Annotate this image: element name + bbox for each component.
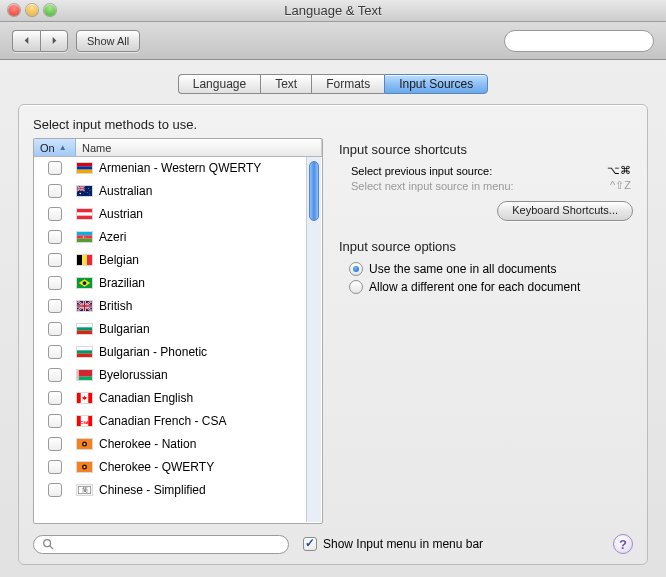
tabs: Language Text Formats Input Sources (18, 74, 648, 94)
show-all-button[interactable]: Show All (76, 30, 140, 52)
toolbar-search[interactable] (504, 30, 654, 52)
checkbox-icon[interactable] (48, 437, 62, 451)
col-on[interactable]: On ▲ (34, 139, 76, 156)
checkbox-icon[interactable] (48, 230, 62, 244)
sort-asc-icon: ▲ (59, 143, 67, 152)
flag-icon (76, 162, 93, 174)
row-name-cell: Australian (76, 184, 318, 198)
scrollbar[interactable] (306, 157, 321, 522)
window-title: Language & Text (284, 3, 381, 18)
checkbox-icon[interactable] (48, 207, 62, 221)
row-name-cell: British (76, 299, 318, 313)
checkbox-icon[interactable] (48, 184, 62, 198)
svg-rect-27 (77, 327, 92, 330)
table-row[interactable]: British (34, 295, 322, 318)
option-diff-label: Allow a different one for each document (369, 280, 580, 294)
table-row[interactable]: Byelorussian (34, 364, 322, 387)
table-row[interactable]: Australian (34, 180, 322, 203)
flag-icon (76, 185, 93, 197)
table-row[interactable]: Brazilian (34, 272, 322, 295)
svg-rect-13 (77, 212, 92, 215)
zoom-icon[interactable] (44, 4, 56, 16)
row-label: British (99, 299, 132, 313)
row-checkbox-cell (34, 460, 76, 474)
col-name[interactable]: Name (76, 139, 322, 156)
table-row[interactable]: Canadian English (34, 387, 322, 410)
svg-rect-26 (77, 324, 92, 327)
filter-search[interactable] (33, 535, 289, 554)
close-icon[interactable] (8, 4, 20, 16)
svg-rect-37 (77, 393, 81, 403)
scroll-thumb[interactable] (309, 161, 319, 221)
shortcut-prev-row: Select previous input source: ⌥⌘ (349, 163, 633, 178)
col-on-label: On (40, 142, 55, 154)
row-checkbox-cell (34, 207, 76, 221)
svg-rect-35 (77, 370, 78, 380)
toolbar-search-input[interactable] (518, 34, 660, 48)
shortcuts-heading: Input source shortcuts (339, 142, 633, 157)
svg-point-19 (85, 237, 86, 238)
table-row[interactable]: Azeri (34, 226, 322, 249)
table-row[interactable]: 简Chinese - Simplified (34, 479, 322, 502)
svg-rect-29 (77, 347, 92, 350)
keyboard-shortcuts-button[interactable]: Keyboard Shortcuts... (497, 201, 633, 221)
checkbox-icon[interactable] (48, 345, 62, 359)
svg-rect-21 (82, 255, 87, 265)
show-input-menu[interactable]: Show Input menu in menu bar (303, 537, 483, 551)
checkbox-icon[interactable] (48, 322, 62, 336)
table-row[interactable]: Austrian (34, 203, 322, 226)
shortcut-prev-key: ⌥⌘ (607, 164, 631, 177)
option-same-document[interactable]: Use the same one in all documents (349, 260, 633, 278)
row-label: Azeri (99, 230, 126, 244)
help-button[interactable]: ? (613, 534, 633, 554)
row-label: Canadian English (99, 391, 193, 405)
checkbox-icon[interactable] (48, 368, 62, 382)
back-button[interactable] (12, 30, 40, 52)
panel: Select input methods to use. On ▲ Name A… (18, 104, 648, 565)
tab-formats[interactable]: Formats (311, 74, 384, 94)
checkbox-icon[interactable] (48, 299, 62, 313)
row-name-cell: Armenian - Western QWERTY (76, 161, 318, 175)
checkbox-icon[interactable] (48, 460, 62, 474)
checkbox-icon[interactable] (48, 483, 62, 497)
table-header: On ▲ Name (34, 139, 322, 157)
svg-point-45 (83, 443, 85, 445)
row-checkbox-cell (34, 368, 76, 382)
checkbox-icon[interactable] (48, 253, 62, 267)
toolbar: Show All (0, 22, 666, 60)
svg-rect-32 (77, 370, 92, 377)
row-label: Byelorussian (99, 368, 168, 382)
table-row[interactable]: Bulgarian - Phonetic (34, 341, 322, 364)
minimize-icon[interactable] (26, 4, 38, 16)
shortcut-next-row: Select next input source in menu: ^⇧Z (349, 178, 633, 193)
tab-input-sources[interactable]: Input Sources (384, 74, 488, 94)
svg-point-24 (83, 281, 87, 285)
checkbox-icon[interactable] (48, 276, 62, 290)
table-row[interactable]: Cherokee - QWERTY (34, 456, 322, 479)
svg-rect-3 (77, 166, 92, 169)
row-checkbox-cell (34, 184, 76, 198)
option-diff-document[interactable]: Allow a different one for each document (349, 278, 633, 296)
table-row[interactable]: Belgian (34, 249, 322, 272)
filter-search-input[interactable] (59, 537, 280, 551)
table-row[interactable]: CSACanadian French - CSA (34, 410, 322, 433)
checkbox-icon[interactable] (48, 391, 62, 405)
table-row[interactable]: Armenian - Western QWERTY (34, 157, 322, 180)
row-label: Brazilian (99, 276, 145, 290)
svg-point-9 (87, 192, 88, 193)
row-name-cell: Brazilian (76, 276, 318, 290)
row-name-cell: Byelorussian (76, 368, 318, 382)
tab-language[interactable]: Language (178, 74, 260, 94)
chevron-right-icon (50, 36, 59, 45)
tab-text[interactable]: Text (260, 74, 311, 94)
table-row[interactable]: Bulgarian (34, 318, 322, 341)
row-name-cell: Bulgarian (76, 322, 318, 336)
forward-button[interactable] (40, 30, 68, 52)
svg-point-8 (90, 190, 91, 191)
svg-rect-41 (88, 416, 92, 426)
row-label: Cherokee - QWERTY (99, 460, 214, 474)
table-row[interactable]: Cherokee - Nation (34, 433, 322, 456)
checkbox-icon[interactable] (48, 161, 62, 175)
checkbox-icon[interactable] (48, 414, 62, 428)
svg-point-10 (89, 194, 90, 195)
